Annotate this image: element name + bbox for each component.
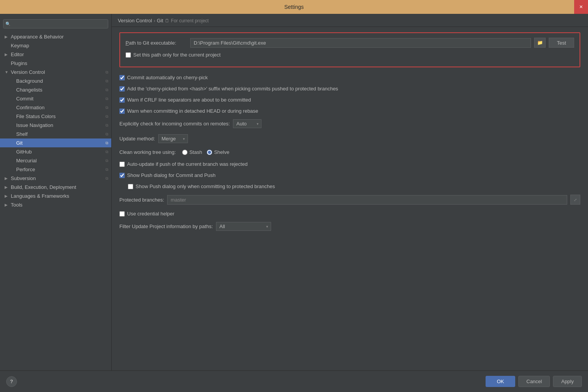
sidebar-label-editor: Editor	[11, 52, 108, 57]
sidebar-item-mercurial[interactable]: Mercurial⧉	[0, 156, 111, 165]
filter-select[interactable]: All Affected by commit	[216, 222, 271, 231]
folder-button[interactable]: 📁	[534, 38, 546, 48]
incoming-commits-select[interactable]: Auto Always Never	[233, 119, 261, 128]
settings-panel: Path to Git executable: 📁 Test Set this …	[112, 27, 588, 370]
copy-icon-mercurial: ⧉	[106, 158, 108, 163]
close-button[interactable]: ✕	[574, 0, 588, 14]
sidebar-item-changelists[interactable]: Changelists⧉	[0, 85, 111, 94]
shelve-option[interactable]: Shelve	[207, 149, 230, 155]
sidebar-label-plugins: Plugins	[11, 60, 108, 66]
breadcrumb: Version Control › Git 🗒 For current proj…	[112, 14, 588, 27]
copy-icon-shelf: ⧉	[106, 132, 108, 137]
sidebar-item-commit[interactable]: Commit⧉	[0, 94, 111, 103]
sidebar-item-editor[interactable]: ▶Editor	[0, 50, 111, 59]
window-title: Settings	[284, 4, 304, 10]
sidebar-label-changelists: Changelists	[16, 87, 104, 93]
credential-helper-checkbox[interactable]	[119, 211, 125, 217]
sidebar-item-github[interactable]: GitHub⧉	[0, 147, 111, 156]
expand-button[interactable]: ⤢	[570, 195, 580, 205]
incoming-commits-label: Explicitly check for incoming commits on…	[119, 121, 230, 127]
sidebar-label-file-status-colors: File Status Colors	[16, 113, 104, 119]
crlf-label[interactable]: Warn if CRLF line separators are about t…	[127, 97, 251, 103]
cherry-suffix-label[interactable]: Add the 'cherry-picked from <hash>' suff…	[127, 86, 338, 92]
project-link[interactable]: 🗒 For current project	[165, 18, 209, 23]
incoming-commits-dropdown-wrapper[interactable]: Auto Always Never	[233, 119, 261, 128]
sidebar-item-shelf[interactable]: Shelf⧉	[0, 130, 111, 138]
update-method-row: Update method: Merge Rebase	[119, 133, 580, 144]
sidebar-item-file-status-colors[interactable]: File Status Colors⧉	[0, 112, 111, 121]
sidebar-item-issue-navigation[interactable]: Issue Navigation⧉	[0, 121, 111, 130]
title-bar: Settings ✕	[0, 0, 588, 14]
show-push-dialog-checkbox[interactable]	[119, 173, 125, 178]
sidebar-label-languages-frameworks: Languages & Frameworks	[11, 193, 108, 199]
shelve-radio[interactable]	[207, 150, 212, 155]
search-box[interactable]: 🔍	[3, 19, 108, 28]
sidebar-item-subversion[interactable]: ▶Subversion⧉	[0, 174, 111, 183]
protected-branches-row: Protected branches: ⤢	[119, 193, 580, 206]
sidebar-label-appearance: Appearance & Behavior	[11, 34, 108, 40]
auto-update-label[interactable]: Auto-update if push of the current branc…	[127, 161, 248, 167]
detached-head-label[interactable]: Warn when committing in detached HEAD or…	[127, 108, 258, 114]
arrow-icon-languages-frameworks: ▶	[5, 194, 10, 198]
bottom-bar: ? OK Cancel Apply	[0, 370, 588, 392]
sidebar-item-appearance[interactable]: ▶Appearance & Behavior	[0, 32, 111, 41]
sidebar: 🔍 ▶Appearance & BehaviorKeymap▶EditorPlu…	[0, 14, 112, 370]
current-project-label[interactable]: Set this path only for the current proje…	[133, 52, 221, 58]
update-method-select[interactable]: Merge Rebase	[158, 134, 188, 143]
copy-icon-version-control: ⧉	[106, 70, 108, 75]
update-method-dropdown-wrapper[interactable]: Merge Rebase	[158, 134, 188, 143]
sidebar-item-version-control[interactable]: ▼Version Control⧉	[0, 68, 111, 77]
shelve-label: Shelve	[214, 149, 230, 155]
cherry-suffix-row: Add the 'cherry-picked from <hash>' suff…	[119, 85, 580, 93]
sidebar-item-languages-frameworks[interactable]: ▶Languages & Frameworks	[0, 192, 111, 200]
protected-branches-input[interactable]	[167, 195, 567, 205]
sidebar-label-commit: Commit	[16, 96, 104, 102]
show-push-dialog-row: Show Push dialog for Commit and Push	[119, 171, 580, 179]
credential-helper-label[interactable]: Use credential helper	[127, 211, 174, 217]
sidebar-item-plugins[interactable]: Plugins	[0, 59, 111, 68]
stash-option[interactable]: Stash	[182, 149, 202, 155]
arrow-icon-version-control: ▼	[5, 70, 10, 74]
path-label: Path to Git executable:	[126, 40, 187, 46]
stash-radio[interactable]	[182, 150, 188, 155]
search-input[interactable]	[3, 19, 108, 28]
sidebar-label-shelf: Shelf	[16, 131, 104, 137]
sidebar-label-issue-navigation: Issue Navigation	[16, 122, 104, 128]
sidebar-item-confirmation[interactable]: Confirmation⧉	[0, 103, 111, 112]
test-button[interactable]: Test	[549, 38, 574, 48]
copy-icon-github: ⧉	[106, 150, 108, 154]
sidebar-item-tools[interactable]: ▶Tools	[0, 200, 111, 209]
sidebar-item-perforce[interactable]: Perforce⧉	[0, 165, 111, 174]
action-buttons: OK Cancel Apply	[486, 376, 582, 387]
sidebar-item-keymap[interactable]: Keymap	[0, 41, 111, 50]
sidebar-label-tools: Tools	[11, 202, 108, 208]
current-project-checkbox-row: Set this path only for the current proje…	[126, 51, 574, 59]
copy-icon-issue-navigation: ⧉	[106, 123, 108, 128]
ok-button[interactable]: OK	[486, 376, 515, 387]
auto-update-checkbox[interactable]	[119, 162, 125, 167]
sidebar-item-build-execution[interactable]: ▶Build, Execution, Deployment	[0, 183, 111, 192]
copy-icon-commit: ⧉	[106, 97, 108, 101]
incoming-commits-row: Explicitly check for incoming commits on…	[119, 118, 580, 129]
detached-head-checkbox[interactable]	[119, 108, 125, 114]
breadcrumb-part1: Version Control	[118, 18, 152, 23]
crlf-checkbox[interactable]	[119, 97, 125, 103]
show-push-protected-label[interactable]: Show Push dialog only when committing to…	[136, 183, 275, 189]
path-input[interactable]	[190, 38, 531, 48]
help-button[interactable]: ?	[6, 376, 17, 387]
sidebar-item-background[interactable]: Background⧉	[0, 77, 111, 85]
sidebar-label-github: GitHub	[16, 149, 104, 155]
cherry-pick-checkbox[interactable]	[119, 75, 125, 80]
arrow-icon-build-execution: ▶	[5, 185, 10, 189]
apply-button[interactable]: Apply	[553, 376, 582, 387]
cherry-pick-label[interactable]: Commit automatically on cherry-pick	[127, 75, 208, 80]
sidebar-item-git[interactable]: Git⧉	[0, 138, 111, 147]
cancel-button[interactable]: Cancel	[518, 376, 550, 387]
show-push-dialog-label[interactable]: Show Push dialog for Commit and Push	[127, 172, 216, 178]
filter-dropdown-wrapper[interactable]: All Affected by commit	[216, 222, 271, 231]
stash-label: Stash	[189, 149, 202, 155]
current-project-checkbox[interactable]	[126, 52, 131, 58]
cherry-suffix-checkbox[interactable]	[119, 86, 125, 92]
show-push-protected-checkbox[interactable]	[128, 184, 133, 189]
breadcrumb-part2: Git	[157, 18, 163, 23]
